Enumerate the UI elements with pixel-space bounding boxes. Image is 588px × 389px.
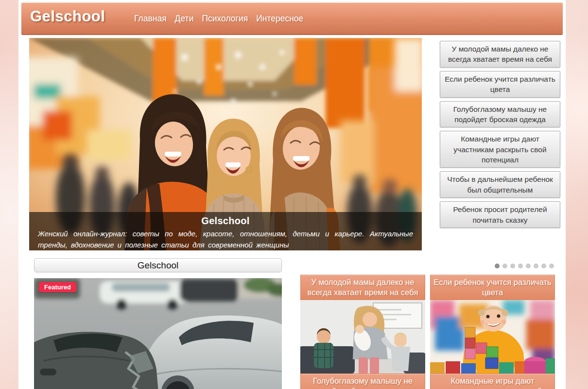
sidebar-item-mama-vremya[interactable]: У молодой мамы далеко не всегда хватает …: [440, 41, 560, 68]
sidebar-item-obschitelnym[interactable]: Чтобы в дальнейшем ребенок был общительн…: [440, 171, 560, 198]
nav-item-interesnoe[interactable]: Интересное: [256, 14, 303, 24]
article-card-title[interactable]: Командные игры дают участникам раскрыть …: [430, 373, 555, 389]
featured-badge: Featured: [39, 282, 76, 292]
nav-item-psihologiya[interactable]: Психология: [202, 14, 248, 24]
carousel-dot[interactable]: [495, 264, 500, 268]
hero-slide: Gelschool Женский онлайн-журнал: советы …: [29, 38, 422, 250]
sidebar-item-goluboglazomu[interactable]: Голубоглазому малышу не подойдет броская…: [440, 101, 560, 128]
sidebar-item-skazku[interactable]: Ребенок просит родителей почитать сказку: [440, 201, 560, 228]
article-card-mama-vremya[interactable]: У молодой мамы далеко не всегда хватает …: [300, 275, 425, 374]
carousel-dot[interactable]: [526, 264, 531, 268]
nav-item-deti[interactable]: Дети: [175, 14, 194, 24]
sidebar: У молодой мамы далеко не всегда хватает …: [440, 41, 560, 228]
section-title-bar: Gelschool: [34, 258, 282, 272]
carousel-dot[interactable]: [510, 264, 515, 268]
hero-caption: Gelschool Женский онлайн-журнал: советы …: [29, 212, 422, 250]
hero-caption-title: Gelschool: [38, 215, 413, 227]
carousel-dot[interactable]: [541, 264, 546, 268]
article-card-image-mother: [300, 300, 425, 374]
article-card-title[interactable]: У молодой мамы далеко не всегда хватает …: [300, 275, 425, 300]
featured-image: [34, 278, 282, 389]
carousel-dot[interactable]: [549, 264, 554, 268]
sidebar-item-razlichat-cveta[interactable]: Если ребенок учится различать цвета: [440, 71, 560, 98]
site-header: Gelschool Главная Дети Психология Интере…: [21, 2, 563, 35]
article-card-goluboglazomu[interactable]: Голубоглазому малышу не подойдет броская…: [300, 373, 425, 389]
article-card-image-blocks: [430, 300, 555, 374]
carousel-dot[interactable]: [518, 264, 523, 268]
carousel-dot[interactable]: [534, 264, 538, 268]
article-card-title[interactable]: Голубоглазому малышу не подойдет броская…: [300, 373, 425, 389]
main-nav: Главная Дети Психология Интересное: [134, 2, 303, 35]
article-card-title[interactable]: Если ребенок учится различать цвета: [430, 275, 555, 300]
page-wrapper: Gelschool Главная Дети Психология Интере…: [18, 0, 566, 389]
sidebar-item-komandnye-igry[interactable]: Командные игры дают участникам раскрыть …: [440, 131, 560, 168]
site-logo[interactable]: Gelschool: [30, 8, 105, 25]
nav-item-glavnaya[interactable]: Главная: [134, 14, 167, 24]
hero-caption-text: Женский онлайн-журнал: советы по моде, к…: [38, 228, 413, 250]
article-card-komandnye-igry[interactable]: Командные игры дают участникам раскрыть …: [430, 373, 555, 389]
carousel-dots: [495, 264, 554, 268]
carousel-dot[interactable]: [502, 264, 507, 268]
featured-article[interactable]: Featured: [34, 278, 282, 389]
article-card-razlichat-cveta[interactable]: Если ребенок учится различать цвета: [430, 275, 555, 374]
